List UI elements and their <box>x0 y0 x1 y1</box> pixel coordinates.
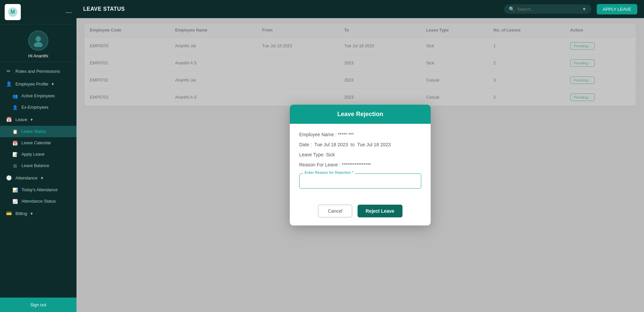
avatar <box>28 31 48 51</box>
modal-reason-field: Reason For Leave : **************** <box>299 162 421 167</box>
clipboard-icon: 📋 <box>12 128 18 135</box>
sidebar-group-attendance[interactable]: 🕐 Attendance ▾ <box>0 171 76 184</box>
search-bar: 🔍 ▼ <box>504 4 591 14</box>
modal-date-to: Tue Jul 18 2023 <box>357 142 391 147</box>
modal-reason-value: **************** <box>342 162 371 167</box>
sidebar-item-label: Active Employees <box>21 94 55 98</box>
modal-footer: Cancel Reject Leave <box>290 199 431 225</box>
sidebar-item-label: Roles and Permissions <box>15 69 60 74</box>
rejection-reason-input[interactable] <box>299 173 421 189</box>
sidebar-item-attendance-status[interactable]: 📈 Attendance Status <box>0 196 76 207</box>
filter-icon[interactable]: ▼ <box>582 6 587 12</box>
app-logo: M <box>5 4 21 20</box>
svg-text:M: M <box>10 9 15 15</box>
signout-button[interactable]: Sign out <box>0 298 76 312</box>
modal-overlay: Leave Rejection Employee Name : ***** **… <box>76 18 644 312</box>
sidebar-item-label: Leave Status <box>21 129 46 134</box>
reject-leave-button[interactable]: Reject Leave <box>358 205 402 217</box>
apply-leave-button[interactable]: APPLY LEAVE <box>597 4 637 14</box>
calendar-icon: 📆 <box>12 140 18 146</box>
sidebar-logo-area: M — <box>0 0 76 24</box>
chevron-down-icon: ▾ <box>41 175 43 180</box>
svg-point-3 <box>34 42 43 47</box>
sidebar-group-label: Billing <box>15 211 27 216</box>
sidebar-item-leave-status[interactable]: 📋 Leave Status <box>0 126 76 137</box>
svg-point-2 <box>36 36 41 42</box>
clock-icon: 🕐 <box>5 174 12 181</box>
sidebar-item-roles-permissions[interactable]: ✏ Roles and Permissions <box>0 65 76 77</box>
sidebar-nav: ✏ Roles and Permissions 👤 Employee Profi… <box>0 62 76 298</box>
modal-header: Leave Rejection <box>290 105 431 124</box>
modal-date-from: Tue Jul 18 2023 <box>314 142 348 147</box>
sidebar-group-leave[interactable]: 📅 Leave ▾ <box>0 113 76 126</box>
modal-rejection-label: Enter Reason for Rejection * <box>303 170 355 174</box>
sidebar-item-active-employees[interactable]: 👥 Active Employees <box>0 90 76 102</box>
modal-date-field: Date : Tue Jul 18 2023 to Tue Jul 18 202… <box>299 142 421 147</box>
person-icon: 👤 <box>12 104 18 110</box>
chart-icon: 📊 <box>12 187 18 193</box>
modal-leave-type-label: Leave Type: <box>299 152 325 157</box>
trending-icon: 📈 <box>12 198 18 204</box>
chevron-down-icon: ▾ <box>31 117 33 122</box>
pencil-icon: 📝 <box>12 151 18 157</box>
sidebar-group-employee-profile[interactable]: 👤 Employee Profile ▾ <box>0 77 76 90</box>
sidebar-item-apply-leave[interactable]: 📝 Apply Leave <box>0 149 76 160</box>
sidebar-item-label: Today's Attendance <box>21 188 58 192</box>
sidebar-username: Hi Ananthi <box>28 53 48 58</box>
sidebar-item-label: Leave Balance <box>21 163 49 168</box>
content-area: Employee Code Employee Name From To Leav… <box>76 18 644 312</box>
sidebar-profile: Hi Ananthi <box>0 24 76 62</box>
modal-date-connector: to <box>351 142 355 147</box>
main-area: LEAVE STATUS 🔍 ▼ APPLY LEAVE Employee Co… <box>76 0 644 312</box>
sidebar-collapse-button[interactable]: — <box>66 9 72 16</box>
chevron-down-icon: ▾ <box>52 82 54 87</box>
sidebar-item-leave-balance[interactable]: ⚖ Leave Balance <box>0 160 76 171</box>
modal-reason-label: Reason For Leave : <box>299 162 340 167</box>
modal-date-label: Date : <box>299 142 312 147</box>
modal-rejection-reason-group: Enter Reason for Rejection * <box>299 173 421 189</box>
search-input[interactable] <box>517 7 579 12</box>
modal-employee-label: Employee Name : <box>299 132 336 137</box>
edit-icon: ✏ <box>5 68 12 74</box>
page-title: LEAVE STATUS <box>83 6 499 12</box>
leave-rejection-modal: Leave Rejection Employee Name : ***** **… <box>290 105 431 225</box>
sidebar-group-billing[interactable]: 💳 Billing ▾ <box>0 207 76 220</box>
sidebar-group-label: Employee Profile <box>15 82 48 87</box>
sidebar-item-leave-calendar[interactable]: 📆 Leave Calendar <box>0 137 76 149</box>
sidebar-item-label: Leave Calendar <box>21 141 51 145</box>
group-icon: 👥 <box>12 93 18 99</box>
sidebar-item-label: Ex-Employees <box>21 105 49 110</box>
modal-leave-type-field: Leave Type: Sick <box>299 152 421 157</box>
cancel-button[interactable]: Cancel <box>318 205 352 217</box>
topbar: LEAVE STATUS 🔍 ▼ APPLY LEAVE <box>76 0 644 18</box>
modal-employee-value: ***** *** <box>338 132 354 137</box>
sidebar-item-label: Attendance Status <box>21 199 56 204</box>
billing-icon: 💳 <box>5 210 12 217</box>
sidebar: M — Hi Ananthi ✏ Roles and Permissions 👤… <box>0 0 76 312</box>
search-icon: 🔍 <box>509 6 515 12</box>
scale-icon: ⚖ <box>12 163 18 169</box>
chevron-down-icon: ▾ <box>31 211 33 216</box>
sidebar-item-ex-employees[interactable]: 👤 Ex-Employees <box>0 102 76 113</box>
modal-employee-name-field: Employee Name : ***** *** <box>299 132 421 137</box>
sidebar-item-label: Apply Leave <box>21 152 45 157</box>
sidebar-group-label: Attendance <box>15 175 38 180</box>
modal-leave-type-value: Sick <box>326 152 335 157</box>
sidebar-group-label: Leave <box>15 117 27 122</box>
modal-title: Leave Rejection <box>337 111 383 117</box>
calendar-icon: 📅 <box>5 116 12 123</box>
person-icon: 👤 <box>5 81 12 87</box>
modal-body: Employee Name : ***** *** Date : Tue Jul… <box>290 124 431 199</box>
sidebar-item-todays-attendance[interactable]: 📊 Today's Attendance <box>0 184 76 196</box>
